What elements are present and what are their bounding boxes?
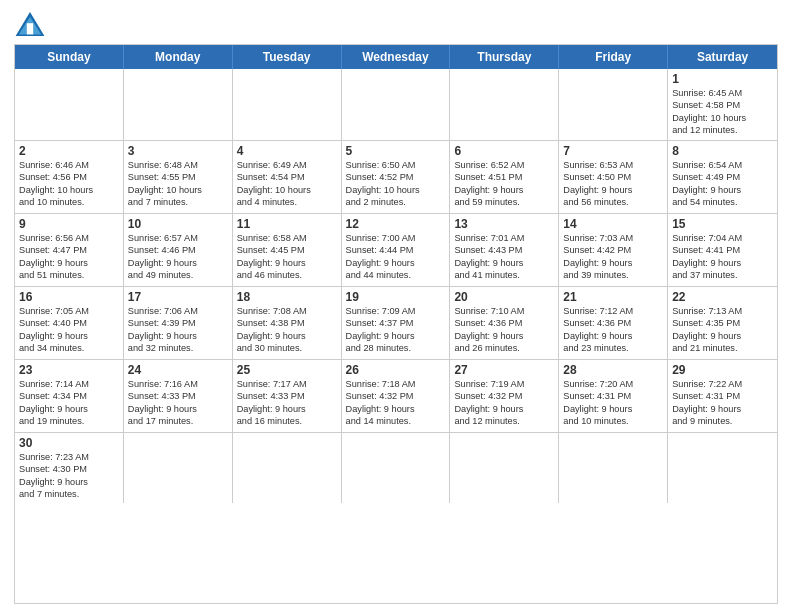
cell-date: 6 [454, 144, 554, 158]
header-monday: Monday [124, 45, 233, 69]
cell-date: 4 [237, 144, 337, 158]
cell-info: Sunrise: 7:13 AM Sunset: 4:35 PM Dayligh… [672, 305, 773, 355]
cell-info: Sunrise: 7:14 AM Sunset: 4:34 PM Dayligh… [19, 378, 119, 428]
cell-info: Sunrise: 7:03 AM Sunset: 4:42 PM Dayligh… [563, 232, 663, 282]
cal-cell [124, 69, 233, 140]
cell-date: 13 [454, 217, 554, 231]
cal-cell: 9Sunrise: 6:56 AM Sunset: 4:47 PM Daylig… [15, 214, 124, 286]
cell-info: Sunrise: 6:49 AM Sunset: 4:54 PM Dayligh… [237, 159, 337, 209]
cal-cell: 28Sunrise: 7:20 AM Sunset: 4:31 PM Dayli… [559, 360, 668, 432]
cal-cell: 4Sunrise: 6:49 AM Sunset: 4:54 PM Daylig… [233, 141, 342, 213]
cal-cell [450, 69, 559, 140]
page: Sunday Monday Tuesday Wednesday Thursday… [0, 0, 792, 612]
cell-info: Sunrise: 6:52 AM Sunset: 4:51 PM Dayligh… [454, 159, 554, 209]
week-row-6: 30Sunrise: 7:23 AM Sunset: 4:30 PM Dayli… [15, 432, 777, 504]
cal-cell: 7Sunrise: 6:53 AM Sunset: 4:50 PM Daylig… [559, 141, 668, 213]
cal-cell: 29Sunrise: 7:22 AM Sunset: 4:31 PM Dayli… [668, 360, 777, 432]
week-row-4: 16Sunrise: 7:05 AM Sunset: 4:40 PM Dayli… [15, 286, 777, 359]
cell-info: Sunrise: 7:10 AM Sunset: 4:36 PM Dayligh… [454, 305, 554, 355]
cell-date: 17 [128, 290, 228, 304]
logo-icon [14, 10, 46, 38]
cell-info: Sunrise: 7:18 AM Sunset: 4:32 PM Dayligh… [346, 378, 446, 428]
cal-cell [15, 69, 124, 140]
cell-date: 16 [19, 290, 119, 304]
cal-cell: 14Sunrise: 7:03 AM Sunset: 4:42 PM Dayli… [559, 214, 668, 286]
cal-cell [342, 69, 451, 140]
cal-cell: 30Sunrise: 7:23 AM Sunset: 4:30 PM Dayli… [15, 433, 124, 504]
cell-info: Sunrise: 6:50 AM Sunset: 4:52 PM Dayligh… [346, 159, 446, 209]
cal-cell [124, 433, 233, 504]
cell-date: 20 [454, 290, 554, 304]
cell-info: Sunrise: 7:19 AM Sunset: 4:32 PM Dayligh… [454, 378, 554, 428]
svg-rect-2 [27, 23, 33, 34]
cal-cell: 26Sunrise: 7:18 AM Sunset: 4:32 PM Dayli… [342, 360, 451, 432]
cal-cell: 13Sunrise: 7:01 AM Sunset: 4:43 PM Dayli… [450, 214, 559, 286]
header-friday: Friday [559, 45, 668, 69]
cell-info: Sunrise: 7:22 AM Sunset: 4:31 PM Dayligh… [672, 378, 773, 428]
cal-cell: 8Sunrise: 6:54 AM Sunset: 4:49 PM Daylig… [668, 141, 777, 213]
cal-cell: 23Sunrise: 7:14 AM Sunset: 4:34 PM Dayli… [15, 360, 124, 432]
cell-date: 3 [128, 144, 228, 158]
cell-date: 10 [128, 217, 228, 231]
cell-date: 12 [346, 217, 446, 231]
cell-info: Sunrise: 6:56 AM Sunset: 4:47 PM Dayligh… [19, 232, 119, 282]
cal-cell: 25Sunrise: 7:17 AM Sunset: 4:33 PM Dayli… [233, 360, 342, 432]
cal-cell: 17Sunrise: 7:06 AM Sunset: 4:39 PM Dayli… [124, 287, 233, 359]
cell-date: 11 [237, 217, 337, 231]
cell-date: 30 [19, 436, 119, 450]
cell-date: 22 [672, 290, 773, 304]
cal-cell [559, 69, 668, 140]
cell-info: Sunrise: 7:23 AM Sunset: 4:30 PM Dayligh… [19, 451, 119, 501]
cell-info: Sunrise: 7:20 AM Sunset: 4:31 PM Dayligh… [563, 378, 663, 428]
cal-cell: 24Sunrise: 7:16 AM Sunset: 4:33 PM Dayli… [124, 360, 233, 432]
cell-info: Sunrise: 7:05 AM Sunset: 4:40 PM Dayligh… [19, 305, 119, 355]
cell-info: Sunrise: 6:45 AM Sunset: 4:58 PM Dayligh… [672, 87, 773, 137]
cell-info: Sunrise: 6:58 AM Sunset: 4:45 PM Dayligh… [237, 232, 337, 282]
logo [14, 10, 50, 38]
cell-date: 5 [346, 144, 446, 158]
cal-cell [233, 433, 342, 504]
cell-date: 29 [672, 363, 773, 377]
week-row-2: 2Sunrise: 6:46 AM Sunset: 4:56 PM Daylig… [15, 140, 777, 213]
cell-date: 15 [672, 217, 773, 231]
header-thursday: Thursday [450, 45, 559, 69]
cell-date: 14 [563, 217, 663, 231]
cal-cell [342, 433, 451, 504]
cell-date: 23 [19, 363, 119, 377]
cal-cell: 18Sunrise: 7:08 AM Sunset: 4:38 PM Dayli… [233, 287, 342, 359]
cell-date: 28 [563, 363, 663, 377]
cell-date: 1 [672, 72, 773, 86]
cell-date: 25 [237, 363, 337, 377]
header-sunday: Sunday [15, 45, 124, 69]
cell-date: 7 [563, 144, 663, 158]
cal-cell: 10Sunrise: 6:57 AM Sunset: 4:46 PM Dayli… [124, 214, 233, 286]
cell-info: Sunrise: 7:17 AM Sunset: 4:33 PM Dayligh… [237, 378, 337, 428]
day-headers: Sunday Monday Tuesday Wednesday Thursday… [15, 45, 777, 69]
calendar-body: 1Sunrise: 6:45 AM Sunset: 4:58 PM Daylig… [15, 69, 777, 503]
cal-cell: 19Sunrise: 7:09 AM Sunset: 4:37 PM Dayli… [342, 287, 451, 359]
cell-info: Sunrise: 7:04 AM Sunset: 4:41 PM Dayligh… [672, 232, 773, 282]
cell-info: Sunrise: 6:48 AM Sunset: 4:55 PM Dayligh… [128, 159, 228, 209]
header-wednesday: Wednesday [342, 45, 451, 69]
cal-cell: 21Sunrise: 7:12 AM Sunset: 4:36 PM Dayli… [559, 287, 668, 359]
cal-cell: 20Sunrise: 7:10 AM Sunset: 4:36 PM Dayli… [450, 287, 559, 359]
week-row-3: 9Sunrise: 6:56 AM Sunset: 4:47 PM Daylig… [15, 213, 777, 286]
cal-cell: 15Sunrise: 7:04 AM Sunset: 4:41 PM Dayli… [668, 214, 777, 286]
cal-cell: 22Sunrise: 7:13 AM Sunset: 4:35 PM Dayli… [668, 287, 777, 359]
cal-cell: 5Sunrise: 6:50 AM Sunset: 4:52 PM Daylig… [342, 141, 451, 213]
cell-info: Sunrise: 7:09 AM Sunset: 4:37 PM Dayligh… [346, 305, 446, 355]
week-row-1: 1Sunrise: 6:45 AM Sunset: 4:58 PM Daylig… [15, 69, 777, 140]
calendar-grid: Sunday Monday Tuesday Wednesday Thursday… [14, 44, 778, 604]
cell-date: 24 [128, 363, 228, 377]
top-section [14, 10, 778, 38]
cell-info: Sunrise: 7:08 AM Sunset: 4:38 PM Dayligh… [237, 305, 337, 355]
cal-cell: 6Sunrise: 6:52 AM Sunset: 4:51 PM Daylig… [450, 141, 559, 213]
header-tuesday: Tuesday [233, 45, 342, 69]
cell-date: 18 [237, 290, 337, 304]
cell-date: 27 [454, 363, 554, 377]
cell-info: Sunrise: 6:54 AM Sunset: 4:49 PM Dayligh… [672, 159, 773, 209]
cal-cell: 12Sunrise: 7:00 AM Sunset: 4:44 PM Dayli… [342, 214, 451, 286]
cal-cell: 2Sunrise: 6:46 AM Sunset: 4:56 PM Daylig… [15, 141, 124, 213]
cell-date: 26 [346, 363, 446, 377]
cal-cell [668, 433, 777, 504]
